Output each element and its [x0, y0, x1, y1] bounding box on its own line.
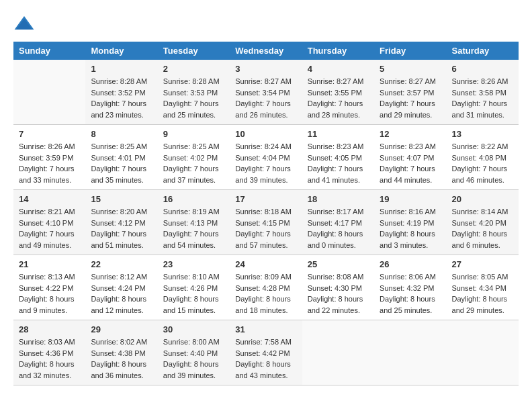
calendar-cell: 2Sunrise: 8:28 AMSunset: 3:53 PMDaylight…	[158, 60, 230, 125]
logo-icon	[13, 13, 35, 35]
day-info: Sunrise: 8:23 AMSunset: 4:05 PMDaylight:…	[308, 141, 369, 185]
day-info: Sunrise: 8:22 AMSunset: 4:08 PMDaylight:…	[452, 141, 513, 185]
day-number: 4	[308, 64, 369, 74]
weekday-header-friday: Friday	[374, 42, 446, 60]
day-number: 1	[91, 64, 152, 74]
day-info: Sunrise: 8:18 AMSunset: 4:15 PMDaylight:…	[235, 206, 296, 250]
calendar-cell: 7Sunrise: 8:26 AMSunset: 3:59 PMDaylight…	[13, 125, 85, 190]
page-header	[13, 13, 519, 35]
day-info: Sunrise: 8:19 AMSunset: 4:13 PMDaylight:…	[163, 206, 224, 250]
day-number: 29	[91, 324, 152, 334]
day-number: 23	[163, 259, 224, 269]
day-number: 3	[235, 64, 296, 74]
calendar-cell: 4Sunrise: 8:27 AMSunset: 3:55 PMDaylight…	[302, 60, 374, 125]
weekday-header-row: SundayMondayTuesdayWednesdayThursdayFrid…	[13, 42, 519, 60]
day-info: Sunrise: 8:27 AMSunset: 3:54 PMDaylight:…	[235, 76, 296, 120]
day-info: Sunrise: 8:05 AMSunset: 4:34 PMDaylight:…	[452, 271, 513, 316]
day-info: Sunrise: 8:09 AMSunset: 4:28 PMDaylight:…	[235, 271, 296, 316]
day-number: 24	[235, 259, 296, 269]
calendar-cell: 11Sunrise: 8:23 AMSunset: 4:05 PMDayligh…	[302, 125, 374, 190]
calendar-week-row: 14Sunrise: 8:21 AMSunset: 4:10 PMDayligh…	[13, 190, 519, 255]
day-number: 6	[452, 64, 513, 74]
day-info: Sunrise: 7:58 AMSunset: 4:42 PMDaylight:…	[235, 336, 296, 381]
day-info: Sunrise: 8:24 AMSunset: 4:04 PMDaylight:…	[235, 141, 296, 185]
calendar-cell: 5Sunrise: 8:27 AMSunset: 3:57 PMDaylight…	[374, 60, 446, 125]
day-info: Sunrise: 8:03 AMSunset: 4:36 PMDaylight:…	[19, 336, 80, 381]
day-number: 12	[380, 129, 441, 139]
day-number: 26	[380, 259, 441, 269]
calendar-cell: 21Sunrise: 8:13 AMSunset: 4:22 PMDayligh…	[13, 255, 85, 320]
calendar-cell: 19Sunrise: 8:16 AMSunset: 4:19 PMDayligh…	[374, 190, 446, 255]
calendar-cell: 18Sunrise: 8:17 AMSunset: 4:17 PMDayligh…	[302, 190, 374, 255]
calendar-week-row: 28Sunrise: 8:03 AMSunset: 4:36 PMDayligh…	[13, 320, 519, 385]
weekday-header-tuesday: Tuesday	[158, 42, 230, 60]
day-number: 28	[19, 324, 80, 334]
day-info: Sunrise: 8:17 AMSunset: 4:17 PMDaylight:…	[308, 206, 369, 250]
day-info: Sunrise: 8:26 AMSunset: 3:59 PMDaylight:…	[19, 141, 80, 185]
calendar-week-row: 1Sunrise: 8:28 AMSunset: 3:52 PMDaylight…	[13, 60, 519, 125]
calendar-cell: 22Sunrise: 8:12 AMSunset: 4:24 PMDayligh…	[85, 255, 157, 320]
weekday-header-wednesday: Wednesday	[230, 42, 302, 60]
day-number: 25	[308, 259, 369, 269]
day-number: 13	[452, 129, 513, 139]
day-number: 9	[163, 129, 224, 139]
day-number: 8	[91, 129, 152, 139]
calendar-week-row: 21Sunrise: 8:13 AMSunset: 4:22 PMDayligh…	[13, 255, 519, 320]
day-number: 11	[308, 129, 369, 139]
calendar-cell	[13, 60, 85, 125]
calendar-cell: 23Sunrise: 8:10 AMSunset: 4:26 PMDayligh…	[158, 255, 230, 320]
calendar-cell: 10Sunrise: 8:24 AMSunset: 4:04 PMDayligh…	[230, 125, 302, 190]
day-number: 20	[452, 194, 513, 204]
day-info: Sunrise: 8:06 AMSunset: 4:32 PMDaylight:…	[380, 271, 441, 316]
day-info: Sunrise: 8:00 AMSunset: 4:40 PMDaylight:…	[163, 336, 224, 381]
calendar-cell	[302, 320, 374, 385]
calendar-cell	[374, 320, 446, 385]
day-number: 22	[91, 259, 152, 269]
weekday-header-monday: Monday	[85, 42, 157, 60]
calendar-cell: 27Sunrise: 8:05 AMSunset: 4:34 PMDayligh…	[447, 255, 519, 320]
day-number: 17	[235, 194, 296, 204]
calendar-cell: 26Sunrise: 8:06 AMSunset: 4:32 PMDayligh…	[374, 255, 446, 320]
day-info: Sunrise: 8:28 AMSunset: 3:52 PMDaylight:…	[91, 76, 152, 120]
day-info: Sunrise: 8:02 AMSunset: 4:38 PMDaylight:…	[91, 336, 152, 381]
day-number: 19	[380, 194, 441, 204]
day-number: 21	[19, 259, 80, 269]
calendar-cell: 17Sunrise: 8:18 AMSunset: 4:15 PMDayligh…	[230, 190, 302, 255]
calendar-cell: 6Sunrise: 8:26 AMSunset: 3:58 PMDaylight…	[447, 60, 519, 125]
day-info: Sunrise: 8:16 AMSunset: 4:19 PMDaylight:…	[380, 206, 441, 250]
day-info: Sunrise: 8:25 AMSunset: 4:02 PMDaylight:…	[163, 141, 224, 185]
day-info: Sunrise: 8:12 AMSunset: 4:24 PMDaylight:…	[91, 271, 152, 316]
day-info: Sunrise: 8:25 AMSunset: 4:01 PMDaylight:…	[91, 141, 152, 185]
calendar-cell: 9Sunrise: 8:25 AMSunset: 4:02 PMDaylight…	[158, 125, 230, 190]
day-info: Sunrise: 8:27 AMSunset: 3:55 PMDaylight:…	[308, 76, 369, 120]
calendar-cell: 3Sunrise: 8:27 AMSunset: 3:54 PMDaylight…	[230, 60, 302, 125]
calendar-cell: 24Sunrise: 8:09 AMSunset: 4:28 PMDayligh…	[230, 255, 302, 320]
calendar-cell: 31Sunrise: 7:58 AMSunset: 4:42 PMDayligh…	[230, 320, 302, 385]
calendar-cell	[447, 320, 519, 385]
calendar-cell: 29Sunrise: 8:02 AMSunset: 4:38 PMDayligh…	[85, 320, 157, 385]
day-number: 18	[308, 194, 369, 204]
calendar-cell: 25Sunrise: 8:08 AMSunset: 4:30 PMDayligh…	[302, 255, 374, 320]
calendar-cell: 14Sunrise: 8:21 AMSunset: 4:10 PMDayligh…	[13, 190, 85, 255]
day-info: Sunrise: 8:26 AMSunset: 3:58 PMDaylight:…	[452, 76, 513, 120]
calendar-cell: 28Sunrise: 8:03 AMSunset: 4:36 PMDayligh…	[13, 320, 85, 385]
day-number: 10	[235, 129, 296, 139]
day-number: 2	[163, 64, 224, 74]
weekday-header-thursday: Thursday	[302, 42, 374, 60]
day-number: 30	[163, 324, 224, 334]
calendar-cell: 1Sunrise: 8:28 AMSunset: 3:52 PMDaylight…	[85, 60, 157, 125]
day-number: 15	[91, 194, 152, 204]
calendar-cell: 16Sunrise: 8:19 AMSunset: 4:13 PMDayligh…	[158, 190, 230, 255]
day-info: Sunrise: 8:28 AMSunset: 3:53 PMDaylight:…	[163, 76, 224, 120]
logo	[13, 13, 38, 35]
calendar-cell: 15Sunrise: 8:20 AMSunset: 4:12 PMDayligh…	[85, 190, 157, 255]
day-number: 14	[19, 194, 80, 204]
day-info: Sunrise: 8:27 AMSunset: 3:57 PMDaylight:…	[380, 76, 441, 120]
calendar-cell: 13Sunrise: 8:22 AMSunset: 4:08 PMDayligh…	[447, 125, 519, 190]
calendar-cell: 20Sunrise: 8:14 AMSunset: 4:20 PMDayligh…	[447, 190, 519, 255]
day-info: Sunrise: 8:10 AMSunset: 4:26 PMDaylight:…	[163, 271, 224, 316]
day-info: Sunrise: 8:13 AMSunset: 4:22 PMDaylight:…	[19, 271, 80, 316]
day-info: Sunrise: 8:23 AMSunset: 4:07 PMDaylight:…	[380, 141, 441, 185]
calendar-cell: 30Sunrise: 8:00 AMSunset: 4:40 PMDayligh…	[158, 320, 230, 385]
day-info: Sunrise: 8:08 AMSunset: 4:30 PMDaylight:…	[308, 271, 369, 316]
